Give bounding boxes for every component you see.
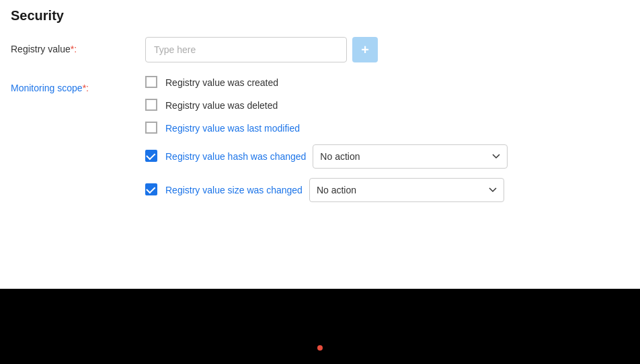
checkbox-checked-hash-changed <box>145 150 157 162</box>
checkbox-unchecked-created <box>145 76 157 88</box>
page-container: Security Registry value*: + Monitoring s… <box>0 0 640 364</box>
checkbox-unchecked-deleted <box>145 99 157 111</box>
checkbox-checked-size-changed <box>145 183 157 195</box>
content-area: Security Registry value*: + Monitoring s… <box>0 0 640 289</box>
monitoring-scope-row: Monitoring scope*: Registry value was cr… <box>11 76 629 202</box>
registry-value-required: *: <box>71 44 77 54</box>
monitoring-scope-label: Monitoring scope*: <box>11 76 145 93</box>
checkbox-created[interactable] <box>145 76 159 89</box>
registry-value-input-group: + <box>145 37 378 62</box>
checkbox-row-hash-changed: Registry value hash was changed No actio… <box>145 144 508 169</box>
monitoring-scope-content: Registry value was created Registry valu… <box>145 76 508 202</box>
checkbox-size-changed[interactable] <box>145 183 159 197</box>
dropdown-container-hash-changed: No action Alert Block <box>313 144 508 169</box>
checkbox-deleted[interactable] <box>145 99 159 112</box>
checkbox-label-hash-changed: Registry value hash was changed <box>165 151 306 162</box>
page-title: Security <box>11 5 629 24</box>
registry-value-input[interactable] <box>145 37 347 62</box>
dropdown-container-size-changed: No action Alert Block <box>309 178 504 202</box>
monitoring-scope-required: *: <box>83 83 89 93</box>
action-dropdown-hash-changed[interactable]: No action Alert Block <box>313 144 508 169</box>
checkbox-label-size-changed: Registry value size was changed <box>165 185 303 195</box>
checkbox-row-last-modified: Registry value was last modified <box>145 122 508 135</box>
registry-value-label: Registry value*: <box>11 37 145 54</box>
checkbox-hash-changed[interactable] <box>145 150 159 163</box>
registry-value-label-text: Registry value <box>11 44 71 54</box>
checkbox-label-last-modified: Registry value was last modified <box>165 123 300 134</box>
action-dropdown-size-changed[interactable]: No action Alert Block <box>309 178 504 202</box>
checkbox-label-deleted: Registry value was deleted <box>165 100 278 111</box>
bottom-black-bar <box>0 289 640 364</box>
monitoring-scope-label-text: Monitoring scope <box>11 83 83 93</box>
checkbox-row-created: Registry value was created <box>145 76 508 89</box>
add-button[interactable]: + <box>352 37 378 62</box>
checkbox-row-size-changed: Registry value size was changed No actio… <box>145 178 508 202</box>
checkbox-unchecked-last-modified <box>145 122 157 134</box>
red-dot <box>317 345 323 351</box>
checkbox-label-created: Registry value was created <box>165 77 278 88</box>
checkbox-row-deleted: Registry value was deleted <box>145 99 508 112</box>
registry-value-row: Registry value*: + <box>11 37 629 62</box>
checkbox-last-modified[interactable] <box>145 122 159 135</box>
